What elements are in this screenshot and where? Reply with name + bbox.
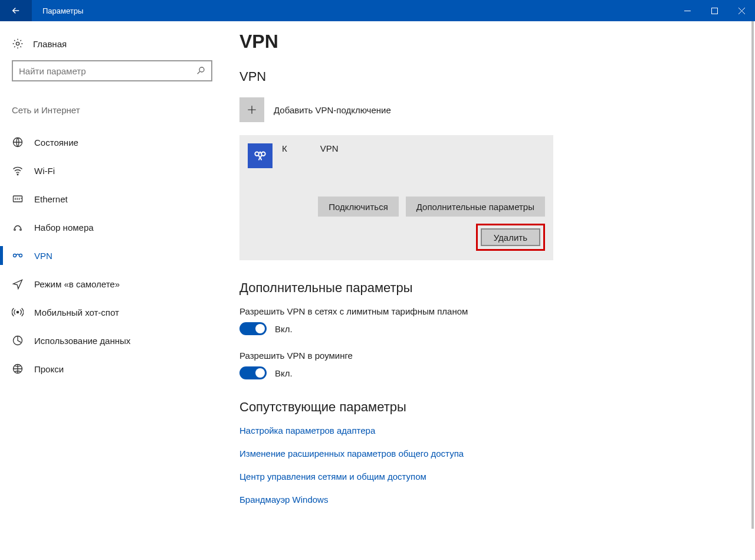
sidebar-item-proxy[interactable]: Прокси: [0, 355, 218, 383]
svg-rect-0: [711, 8, 717, 14]
sidebar-item-label: Мобильный хот-спот: [34, 307, 119, 317]
connect-button[interactable]: Подключиться: [318, 197, 398, 217]
home-label: Главная: [33, 39, 67, 49]
globe-icon: [12, 136, 24, 148]
metered-toggle-state: Вкл.: [275, 324, 293, 334]
svg-point-14: [261, 152, 265, 156]
sidebar-item-dialup[interactable]: Набор номера: [0, 213, 218, 241]
sidebar-item-label: Набор номера: [34, 222, 94, 232]
hotspot-icon: [12, 306, 24, 318]
sidebar-item-datausage[interactable]: Использование данных: [0, 326, 218, 355]
roaming-label: Разрешить VPN в роуминге: [239, 351, 720, 361]
metered-label: Разрешить VPN в сетях с лимитным тарифны…: [239, 306, 720, 316]
maximize-button[interactable]: [701, 0, 728, 21]
sidebar-item-wifi[interactable]: Wi-Fi: [0, 156, 218, 185]
proxy-icon: [12, 363, 24, 375]
section-advanced: Дополнительные параметры: [239, 280, 720, 296]
airplane-icon: [12, 278, 24, 290]
advanced-params-button[interactable]: Дополнительные параметры: [406, 197, 545, 217]
titlebar: Параметры: [0, 0, 755, 21]
svg-point-6: [14, 229, 16, 231]
datausage-icon: [12, 335, 24, 346]
sidebar-item-label: Использование данных: [34, 336, 130, 346]
search-input-box[interactable]: [12, 60, 212, 81]
sidebar-item-hotspot[interactable]: Мобильный хот-спот: [0, 298, 218, 326]
sidebar-item-airplane[interactable]: Режим «в самолете»: [0, 270, 218, 298]
sidebar-item-label: Режим «в самолете»: [34, 279, 120, 289]
sidebar-item-label: Прокси: [34, 364, 64, 374]
svg-point-10: [17, 311, 18, 313]
sidebar: Главная Сеть и Интернет Состояние Wi-Fi …: [0, 21, 230, 560]
add-vpn-row[interactable]: Добавить VPN-подключение: [239, 97, 720, 122]
section-related: Сопутствующие параметры: [239, 399, 720, 415]
minimize-button[interactable]: [674, 0, 701, 21]
sidebar-item-ethernet[interactable]: Ethernet: [0, 185, 218, 213]
vpn-connection-name: К VPN: [282, 143, 339, 153]
add-vpn-label: Добавить VPN-подключение: [274, 105, 391, 115]
section-label: Сеть и Интернет: [12, 105, 218, 115]
sidebar-item-label: Состояние: [34, 137, 78, 148]
vpn-connection-card[interactable]: К VPN Подключиться Дополнительные параме…: [239, 135, 553, 260]
svg-point-2: [199, 67, 204, 72]
search-icon: [196, 66, 205, 76]
sidebar-item-label: VPN: [34, 251, 52, 261]
sidebar-item-label: Wi-Fi: [34, 166, 55, 176]
metered-toggle[interactable]: [239, 322, 267, 335]
svg-point-7: [20, 229, 22, 231]
dialup-icon: [12, 221, 24, 233]
link-adapter-settings[interactable]: Настройка параметров адаптера: [239, 425, 720, 435]
back-button[interactable]: [0, 0, 32, 21]
ethernet-icon: [12, 193, 24, 205]
search-input[interactable]: [19, 66, 196, 76]
plus-icon: [239, 97, 264, 122]
sidebar-item-status[interactable]: Состояние: [0, 128, 218, 156]
link-firewall[interactable]: Брандмауэр Windows: [239, 494, 720, 505]
vpn-icon: [12, 250, 24, 261]
gear-icon: [12, 38, 24, 50]
content: VPN VPN Добавить VPN-подключение К VPN: [230, 21, 743, 505]
link-network-center[interactable]: Центр управления сетями и общим доступом: [239, 471, 720, 482]
scrollbar[interactable]: [751, 21, 754, 529]
sidebar-item-vpn[interactable]: VPN: [0, 241, 218, 270]
svg-point-9: [19, 254, 22, 257]
sidebar-item-label: Ethernet: [34, 194, 68, 204]
home-link[interactable]: Главная: [12, 38, 218, 50]
svg-point-8: [14, 254, 17, 257]
svg-point-4: [17, 174, 18, 175]
wifi-icon: [12, 165, 24, 176]
vpn-connection-icon: [248, 143, 273, 168]
svg-point-13: [255, 152, 259, 156]
delete-button[interactable]: Удалить: [481, 228, 540, 246]
svg-point-1: [16, 42, 19, 45]
roaming-toggle-state: Вкл.: [275, 368, 293, 378]
roaming-toggle[interactable]: [239, 366, 267, 379]
link-sharing-settings[interactable]: Изменение расширенных параметров общего …: [239, 448, 720, 459]
delete-highlight: Удалить: [476, 224, 545, 251]
window-title: Параметры: [32, 0, 674, 21]
close-button[interactable]: [728, 0, 755, 21]
page-title: VPN: [239, 31, 720, 53]
section-vpn: VPN: [239, 69, 720, 84]
